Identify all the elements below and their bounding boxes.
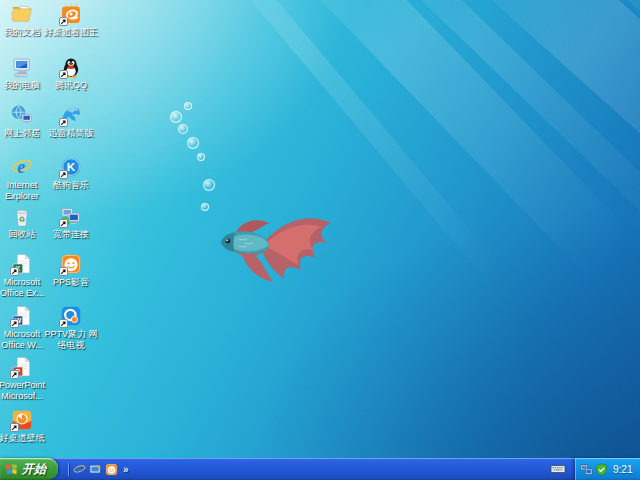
quick-launch-icons: e xyxy=(73,463,118,476)
excel-icon: X xyxy=(11,253,33,275)
orange-viewer-icon xyxy=(60,3,82,25)
pptv-icon xyxy=(60,305,82,327)
kugou-icon: K xyxy=(60,156,82,178)
desktop[interactable]: 我的文档好桌道看图王我的电脑腾讯QQ网上邻居迅雷精简版eInternet Exp… xyxy=(0,0,640,458)
desktop-icon-label: PowerPoint Microsof... xyxy=(0,380,50,402)
start-button-label: 开始 xyxy=(22,461,46,478)
shortcut-arrow-overlay xyxy=(59,170,68,179)
desktop-icon-pptv[interactable]: PPTV聚力 网 络电视 xyxy=(43,305,99,351)
betta-fish xyxy=(213,203,338,288)
shortcut-arrow-overlay xyxy=(59,70,68,79)
desktop-icon-haozhuodao-wallpaper[interactable]: 好桌道壁纸 xyxy=(0,409,50,444)
system-tray: 9:21 xyxy=(575,458,640,480)
desktop-icon-haozhuodao-viewer[interactable]: 好桌道看图王 xyxy=(43,3,99,38)
tray-clock[interactable]: 9:21 xyxy=(613,464,632,475)
thunder-bird-icon xyxy=(60,104,82,126)
desktop-icon-label: PPTV聚力 网 络电视 xyxy=(43,329,99,351)
desktop-icon-thunder-lite[interactable]: 迅雷精简版 xyxy=(43,104,99,139)
quick-launch-bar: e » xyxy=(62,458,129,480)
taskbar: 开始 e » 9:21 xyxy=(0,458,640,480)
desktop-icon-label: PPS影音 xyxy=(43,277,99,288)
shortcut-arrow-overlay xyxy=(10,423,19,432)
desktop-icon-label: 腾讯QQ xyxy=(43,80,99,91)
tray-icon-security[interactable] xyxy=(595,463,608,476)
bubble xyxy=(203,179,215,191)
screen: 我的文档好桌道看图王我的电脑腾讯QQ网上邻居迅雷精简版eInternet Exp… xyxy=(0,0,640,480)
shortcut-arrow-overlay xyxy=(59,118,68,127)
start-button[interactable]: 开始 xyxy=(0,458,58,480)
ie-icon: e xyxy=(11,156,33,178)
desktop-icon-label: 宽带连接 xyxy=(43,229,99,240)
bubble xyxy=(178,124,188,134)
bubble xyxy=(201,203,209,211)
svg-text:e: e xyxy=(77,464,82,475)
desktop-icon-kugou-music[interactable]: K酷狗音乐 xyxy=(43,156,99,191)
svg-text:K: K xyxy=(67,160,76,173)
bubble xyxy=(170,111,182,123)
quick-launch-show-desktop[interactable] xyxy=(89,463,102,476)
folder-icon xyxy=(11,3,33,25)
desktop-icon-broadband-connection[interactable]: 宽带连接 xyxy=(43,205,99,240)
bubble xyxy=(197,153,205,161)
windows-flag-icon xyxy=(4,462,19,476)
bubble xyxy=(187,137,199,149)
desktop-icon-tencent-qq[interactable]: 腾讯QQ xyxy=(43,56,99,91)
powerpoint-icon: P xyxy=(11,356,33,378)
shortcut-arrow-overlay xyxy=(59,319,68,328)
shortcut-arrow-overlay xyxy=(59,17,68,26)
tray-icons xyxy=(580,463,608,476)
quick-launch-overflow-chevron[interactable]: » xyxy=(123,464,129,475)
shortcut-arrow-overlay xyxy=(59,219,68,228)
desktop-icon-label: 好桌道壁纸 xyxy=(0,433,50,444)
desktop-icon-pps-video[interactable]: PPS影音 xyxy=(43,253,99,288)
svg-text:e: e xyxy=(17,157,25,177)
shortcut-arrow-overlay xyxy=(10,319,19,328)
shortcut-arrow-overlay xyxy=(59,267,68,276)
shortcut-arrow-overlay xyxy=(10,370,19,379)
desktop-icon-label: 好桌道看图王 xyxy=(43,27,99,38)
svg-text:♻: ♻ xyxy=(19,215,26,224)
shortcut-arrow-overlay xyxy=(10,267,19,276)
language-bar-button[interactable] xyxy=(550,462,566,476)
pps-icon xyxy=(60,253,82,275)
orange-wallpaper-icon xyxy=(11,409,33,431)
quick-launch-pps[interactable] xyxy=(105,463,118,476)
qq-penguin-icon xyxy=(60,56,82,78)
quick-launch-drag-handle[interactable] xyxy=(68,463,70,476)
broadband-icon xyxy=(60,205,82,227)
desktop-icon-label: 酷狗音乐 xyxy=(43,180,99,191)
desktop-icon-powerpoint[interactable]: PPowerPoint Microsof... xyxy=(0,356,50,402)
recycle-bin-icon: ♻ xyxy=(11,205,33,227)
network-globe-icon xyxy=(11,104,33,126)
tray-icon-network-status[interactable] xyxy=(580,463,593,476)
computer-icon xyxy=(11,56,33,78)
bubble xyxy=(184,102,192,110)
desktop-icon-label: 迅雷精简版 xyxy=(43,128,99,139)
word-icon: W xyxy=(11,305,33,327)
quick-launch-ie[interactable]: e xyxy=(73,463,86,476)
